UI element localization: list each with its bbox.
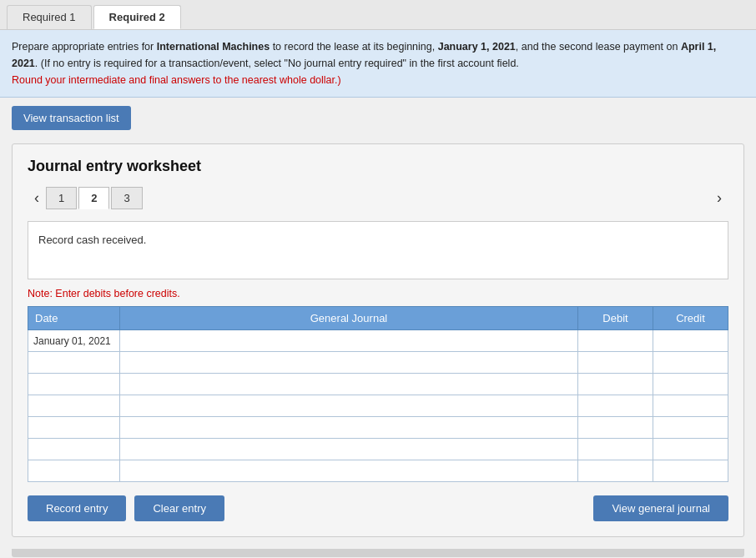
info-text-line1: Prepare appropriate entries for Internat… bbox=[12, 41, 716, 69]
col-header-date: Date bbox=[28, 307, 120, 330]
view-transaction-button[interactable]: View transaction list bbox=[12, 106, 131, 130]
info-banner: Prepare appropriate entries for Internat… bbox=[0, 30, 756, 98]
credit-input-4[interactable] bbox=[653, 395, 728, 416]
clear-entry-button[interactable]: Clear entry bbox=[134, 495, 224, 521]
tabs-bar: Required 1 Required 2 bbox=[0, 0, 756, 30]
debit-input-5[interactable] bbox=[578, 417, 653, 438]
view-general-journal-button[interactable]: View general journal bbox=[593, 495, 728, 521]
cell-debit-5[interactable] bbox=[578, 417, 653, 439]
info-text-red: Round your intermediate and final answer… bbox=[12, 74, 341, 86]
debit-input-7[interactable] bbox=[578, 460, 653, 481]
cell-debit-2[interactable] bbox=[578, 352, 653, 374]
page-navigation: ‹ 1 2 3 › bbox=[28, 187, 728, 209]
credit-input-2[interactable] bbox=[653, 352, 728, 373]
credit-input-3[interactable] bbox=[653, 374, 728, 395]
cell-journal-4[interactable] bbox=[120, 395, 578, 417]
table-row bbox=[28, 374, 728, 395]
col-header-journal: General Journal bbox=[120, 307, 578, 330]
journal-input-4[interactable] bbox=[120, 395, 577, 416]
table-row bbox=[28, 395, 728, 417]
table-row bbox=[28, 352, 728, 374]
journal-table: Date General Journal Debit Credit Januar… bbox=[28, 306, 728, 482]
page-tab-1[interactable]: 1 bbox=[46, 187, 77, 209]
cell-debit-7[interactable] bbox=[578, 460, 653, 482]
journal-input-3[interactable] bbox=[120, 374, 577, 395]
col-header-debit: Debit bbox=[578, 307, 653, 330]
table-row bbox=[28, 417, 728, 439]
credit-input-7[interactable] bbox=[653, 460, 728, 481]
bottom-bar bbox=[12, 549, 744, 557]
table-row bbox=[28, 439, 728, 460]
cell-credit-2[interactable] bbox=[653, 352, 728, 374]
page-tab-2[interactable]: 2 bbox=[78, 187, 109, 209]
table-row bbox=[28, 460, 728, 482]
tab-required1[interactable]: Required 1 bbox=[7, 5, 92, 29]
description-text: Record cash received. bbox=[38, 234, 146, 246]
debit-input-6[interactable] bbox=[578, 439, 653, 460]
journal-input-1[interactable] bbox=[120, 330, 577, 351]
debit-input-1[interactable] bbox=[578, 330, 653, 351]
cell-debit-4[interactable] bbox=[578, 395, 653, 417]
cell-date-1: January 01, 2021 bbox=[28, 330, 120, 352]
cell-date-6 bbox=[28, 439, 120, 460]
credit-input-1[interactable] bbox=[653, 330, 728, 351]
cell-credit-4[interactable] bbox=[653, 395, 728, 417]
journal-input-6[interactable] bbox=[120, 439, 577, 460]
page-tab-3[interactable]: 3 bbox=[111, 187, 142, 209]
cell-journal-3[interactable] bbox=[120, 374, 578, 395]
debit-input-3[interactable] bbox=[578, 374, 653, 395]
debit-input-4[interactable] bbox=[578, 395, 653, 416]
cell-journal-6[interactable] bbox=[120, 439, 578, 460]
worksheet-container: Journal entry worksheet ‹ 1 2 3 › Record… bbox=[12, 143, 744, 537]
cell-debit-3[interactable] bbox=[578, 374, 653, 395]
cell-credit-1[interactable] bbox=[653, 330, 728, 352]
cell-journal-5[interactable] bbox=[120, 417, 578, 439]
table-row: January 01, 2021 bbox=[28, 330, 728, 352]
journal-input-5[interactable] bbox=[120, 417, 577, 438]
cell-date-7 bbox=[28, 460, 120, 482]
cell-credit-5[interactable] bbox=[653, 417, 728, 439]
credit-input-5[interactable] bbox=[653, 417, 728, 438]
col-header-credit: Credit bbox=[653, 307, 728, 330]
debit-input-2[interactable] bbox=[578, 352, 653, 373]
cell-credit-3[interactable] bbox=[653, 374, 728, 395]
journal-input-7[interactable] bbox=[120, 460, 577, 481]
credit-input-6[interactable] bbox=[653, 439, 728, 460]
cell-journal-2[interactable] bbox=[120, 352, 578, 374]
journal-input-2[interactable] bbox=[120, 352, 577, 373]
nav-prev-arrow[interactable]: ‹ bbox=[28, 188, 46, 209]
cell-date-4 bbox=[28, 395, 120, 417]
cell-debit-1[interactable] bbox=[578, 330, 653, 352]
description-box: Record cash received. bbox=[28, 221, 728, 279]
cell-journal-7[interactable] bbox=[120, 460, 578, 482]
buttons-row: Record entry Clear entry View general jo… bbox=[28, 495, 728, 521]
cell-debit-6[interactable] bbox=[578, 439, 653, 460]
worksheet-title: Journal entry worksheet bbox=[28, 158, 728, 175]
record-entry-button[interactable]: Record entry bbox=[28, 495, 126, 521]
cell-date-5 bbox=[28, 417, 120, 439]
nav-next-arrow[interactable]: › bbox=[710, 188, 728, 209]
cell-journal-1[interactable] bbox=[120, 330, 578, 352]
tab-required2[interactable]: Required 2 bbox=[93, 5, 181, 29]
cell-date-3 bbox=[28, 374, 120, 395]
cell-credit-7[interactable] bbox=[653, 460, 728, 482]
cell-credit-6[interactable] bbox=[653, 439, 728, 460]
cell-date-2 bbox=[28, 352, 120, 374]
note-text: Note: Enter debits before credits. bbox=[28, 288, 728, 299]
